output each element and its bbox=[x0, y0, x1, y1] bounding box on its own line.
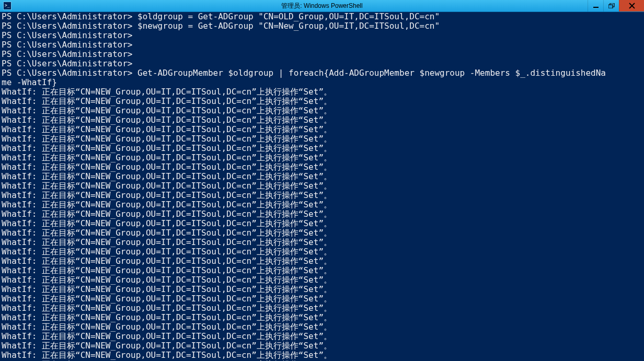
minimize-icon bbox=[593, 3, 599, 8]
console-line: WhatIf: 正在目标“CN=NEW_Group,OU=IT,DC=ITSou… bbox=[2, 87, 642, 97]
console-line: WhatIf: 正在目标“CN=NEW_Group,OU=IT,DC=ITSou… bbox=[2, 115, 642, 125]
restore-icon bbox=[608, 3, 615, 8]
console-line: PS C:\Users\Administrator> bbox=[2, 50, 642, 59]
console-line: WhatIf: 正在目标“CN=NEW_Group,OU=IT,DC=ITSou… bbox=[2, 294, 642, 304]
console-line: WhatIf: 正在目标“CN=NEW_Group,OU=IT,DC=ITSou… bbox=[2, 209, 642, 219]
console-line: WhatIf: 正在目标“CN=NEW_Group,OU=IT,DC=ITSou… bbox=[2, 313, 642, 322]
restore-button[interactable] bbox=[603, 0, 619, 11]
console-line: WhatIf: 正在目标“CN=NEW_Group,OU=IT,DC=ITSou… bbox=[2, 134, 642, 144]
console-line: WhatIf: 正在目标“CN=NEW_Group,OU=IT,DC=ITSou… bbox=[2, 172, 642, 181]
console-line: WhatIf: 正在目标“CN=NEW_Group,OU=IT,DC=ITSou… bbox=[2, 144, 642, 153]
console-line: WhatIf: 正在目标“CN=NEW_Group,OU=IT,DC=ITSou… bbox=[2, 304, 642, 313]
close-button[interactable] bbox=[619, 0, 644, 11]
console-line: WhatIf: 正在目标“CN=NEW_Group,OU=IT,DC=ITSou… bbox=[2, 162, 642, 172]
close-icon bbox=[629, 3, 635, 9]
console-output[interactable]: PS C:\Users\Administrator> $oldgroup = G… bbox=[0, 12, 644, 361]
svg-rect-0 bbox=[593, 7, 599, 8]
powershell-window: 管理员: Windows PowerShell PS C:\Use bbox=[0, 0, 644, 361]
console-line: WhatIf: 正在目标“CN=NEW_Group,OU=IT,DC=ITSou… bbox=[2, 351, 642, 360]
console-line: WhatIf: 正在目标“CN=NEW_Group,OU=IT,DC=ITSou… bbox=[2, 332, 642, 341]
console-line: WhatIf: 正在目标“CN=NEW_Group,OU=IT,DC=ITSou… bbox=[2, 238, 642, 247]
console-line: WhatIf: 正在目标“CN=NEW_Group,OU=IT,DC=ITSou… bbox=[2, 125, 642, 134]
console-line: PS C:\Users\Administrator> Get-ADGroupMe… bbox=[2, 68, 642, 78]
console-line: WhatIf: 正在目标“CN=NEW_Group,OU=IT,DC=ITSou… bbox=[2, 106, 642, 115]
minimize-button[interactable] bbox=[588, 0, 603, 11]
console-line: PS C:\Users\Administrator> bbox=[2, 40, 642, 50]
console-line: PS C:\Users\Administrator> $oldgroup = G… bbox=[2, 12, 642, 21]
console-line: PS C:\Users\Administrator> bbox=[2, 59, 642, 68]
console-line: WhatIf: 正在目标“CN=NEW_Group,OU=IT,DC=ITSou… bbox=[2, 341, 642, 351]
window-title: 管理员: Windows PowerShell bbox=[281, 2, 362, 10]
window-controls bbox=[588, 0, 644, 11]
console-line: WhatIf: 正在目标“CN=NEW_Group,OU=IT,DC=ITSou… bbox=[2, 191, 642, 200]
console-line: PS C:\Users\Administrator> bbox=[2, 31, 642, 40]
console-line: WhatIf: 正在目标“CN=NEW_Group,OU=IT,DC=ITSou… bbox=[2, 153, 642, 162]
console-line: WhatIf: 正在目标“CN=NEW_Group,OU=IT,DC=ITSou… bbox=[2, 181, 642, 191]
console-line: WhatIf: 正在目标“CN=NEW_Group,OU=IT,DC=ITSou… bbox=[2, 266, 642, 275]
console-line: WhatIf: 正在目标“CN=NEW_Group,OU=IT,DC=ITSou… bbox=[2, 228, 642, 238]
console-line: WhatIf: 正在目标“CN=NEW_Group,OU=IT,DC=ITSou… bbox=[2, 200, 642, 209]
console-line: WhatIf: 正在目标“CN=NEW_Group,OU=IT,DC=ITSou… bbox=[2, 275, 642, 285]
svg-rect-2 bbox=[608, 5, 613, 8]
console-line: WhatIf: 正在目标“CN=NEW_Group,OU=IT,DC=ITSou… bbox=[2, 285, 642, 294]
console-line: WhatIf: 正在目标“CN=NEW_Group,OU=IT,DC=ITSou… bbox=[2, 219, 642, 228]
console-line: WhatIf: 正在目标“CN=NEW_Group,OU=IT,DC=ITSou… bbox=[2, 257, 642, 266]
powershell-icon bbox=[3, 2, 12, 10]
console-line: WhatIf: 正在目标“CN=NEW_Group,OU=IT,DC=ITSou… bbox=[2, 97, 642, 106]
console-line: WhatIf: 正在目标“CN=NEW_Group,OU=IT,DC=ITSou… bbox=[2, 322, 642, 332]
console-line: me -WhatIf} bbox=[2, 78, 642, 87]
titlebar[interactable]: 管理员: Windows PowerShell bbox=[0, 0, 644, 12]
console-line: PS C:\Users\Administrator> $newgroup = G… bbox=[2, 21, 642, 31]
console-line: WhatIf: 正在目标“CN=NEW_Group,OU=IT,DC=ITSou… bbox=[2, 247, 642, 257]
